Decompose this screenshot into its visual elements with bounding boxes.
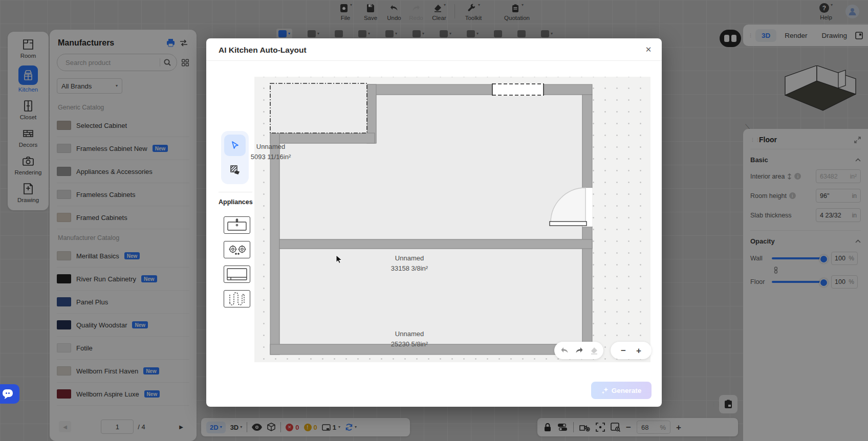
floor-plan-canvas[interactable] bbox=[254, 77, 650, 362]
plan-redo-icon[interactable] bbox=[575, 347, 583, 355]
modal-divider bbox=[206, 60, 662, 61]
selected-room bbox=[270, 83, 367, 133]
window bbox=[492, 83, 544, 96]
plan-zoom-controls: − + bbox=[611, 342, 652, 359]
zone-draw-tool-button[interactable] bbox=[224, 159, 246, 181]
mouse-cursor bbox=[336, 255, 344, 264]
sink-appliance-button[interactable] bbox=[224, 216, 250, 234]
tool-divider bbox=[219, 192, 252, 192]
room-area: 25230 5/8in² bbox=[366, 339, 453, 349]
plan-zoom-in-button[interactable]: + bbox=[636, 346, 641, 355]
plan-history-controls bbox=[554, 342, 603, 359]
hatch-pencil-icon bbox=[229, 164, 241, 175]
cooktop-appliance-button[interactable] bbox=[224, 241, 250, 258]
appliances-label: Appliances bbox=[219, 199, 252, 206]
cooktop-icon bbox=[226, 243, 248, 256]
dishwasher-appliance-button[interactable] bbox=[224, 290, 250, 307]
room-area: 33158 3/8in² bbox=[366, 263, 453, 274]
floor-plan-svg bbox=[254, 77, 650, 362]
plan-undo-icon[interactable] bbox=[560, 347, 569, 355]
close-icon[interactable]: ✕ bbox=[642, 43, 655, 56]
room-name: Unnamed bbox=[366, 329, 453, 339]
modal-title: AI Kitchen Auto-Layout bbox=[219, 46, 307, 55]
room-label: Unnamed 25230 5/8in² bbox=[366, 329, 453, 349]
chat-bubble-button[interactable] bbox=[0, 384, 19, 404]
chat-icon bbox=[2, 388, 14, 400]
application-root: ▾ File Save Undo Redo ▾ Clear ▾ Toolkit … bbox=[0, 0, 868, 441]
dishwasher-icon bbox=[226, 292, 248, 305]
room-label: Unnamed 5093 11/16in² bbox=[227, 142, 314, 162]
generate-label: Generate bbox=[612, 387, 642, 394]
plan-eraser-icon[interactable] bbox=[590, 347, 598, 355]
plan-zoom-out-button[interactable]: − bbox=[621, 346, 626, 355]
room-name: Unnamed bbox=[366, 253, 453, 263]
sparkle-icon bbox=[601, 387, 609, 394]
refrigerator-icon bbox=[226, 268, 248, 281]
ai-kitchen-modal: AI Kitchen Auto-Layout ✕ Appliances bbox=[206, 38, 662, 407]
sink-icon bbox=[226, 218, 248, 232]
room-name: Unnamed bbox=[227, 142, 314, 152]
room-area: 5093 11/16in² bbox=[227, 152, 314, 162]
refrigerator-appliance-button[interactable] bbox=[224, 266, 250, 283]
room-label: Unnamed 33158 3/8in² bbox=[366, 253, 453, 274]
generate-button[interactable]: Generate bbox=[591, 382, 652, 399]
